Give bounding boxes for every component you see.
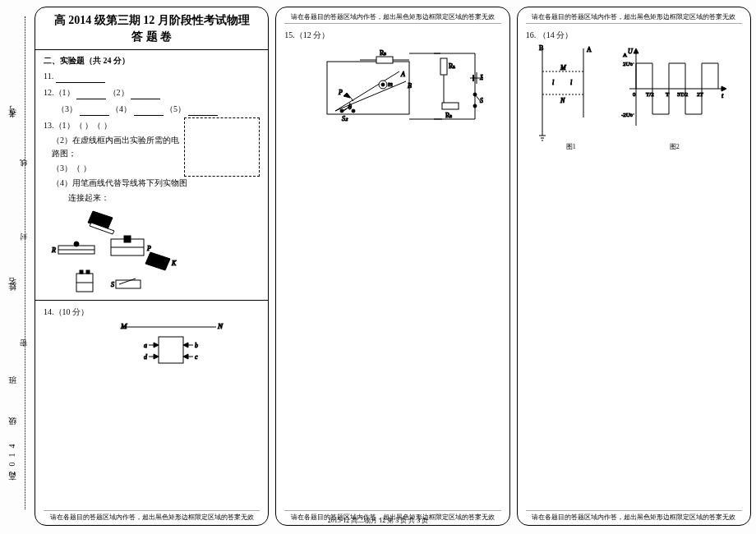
svg-text:A: A <box>587 46 592 53</box>
q16-fig1: B A M N l l <box>526 44 616 142</box>
col3-header: 请在各题目的答题区域内作答，超出黑色矩形边框限定区域的答案无效 <box>526 12 742 24</box>
q12-2: （2） <box>108 88 129 97</box>
fig1-label: 图1 <box>526 142 616 151</box>
column-1: 高 2014 级第三期 12 月阶段性考试物理 答 题 卷 二、实验题（共 24… <box>35 7 269 526</box>
svg-text:R: R <box>51 246 56 254</box>
svg-text:2U₀: 2U₀ <box>623 61 633 67</box>
q12-4: （4） <box>111 104 131 113</box>
svg-text:N: N <box>217 322 224 330</box>
exam-title-line1: 高 2014 级第三期 12 月阶段性考试物理 <box>44 12 260 29</box>
svg-rect-46 <box>442 103 459 109</box>
col2-header: 请在各题目的答题区域内作答，超出黑色矩形边框限定区域的答案无效 <box>284 12 500 24</box>
svg-rect-10 <box>80 270 83 274</box>
q15-label: 15.（12 分） <box>284 29 500 42</box>
page: 高 2014 级 班 密 姓名 封 线 考号 高 2014 级第三期 12 月阶… <box>0 0 756 526</box>
svg-text:-2U₀: -2U₀ <box>621 112 633 118</box>
svg-point-2 <box>74 242 79 246</box>
q14-label: 14.（10 分） <box>44 306 260 319</box>
svg-text:U: U <box>628 48 634 55</box>
svg-point-43 <box>473 104 477 108</box>
q16-label: 16. （14 分） <box>526 29 742 42</box>
svg-rect-52 <box>376 57 393 63</box>
svg-text:S: S <box>111 281 114 288</box>
svg-text:B: B <box>539 44 543 52</box>
q16-fig2: U A t 2U₀ -2U₀ 0 <box>621 44 728 142</box>
svg-marker-86 <box>634 48 638 53</box>
svg-text:d: d <box>144 353 148 361</box>
svg-marker-27 <box>154 354 159 359</box>
svg-text:M: M <box>120 322 127 330</box>
svg-marker-24 <box>183 343 188 348</box>
q11: 11. <box>44 70 260 83</box>
svg-text:m: m <box>388 81 393 88</box>
svg-text:M: M <box>560 64 567 71</box>
svg-text:S₁: S₁ <box>480 97 483 104</box>
q12-3: （3） <box>57 104 77 113</box>
svg-text:t: t <box>721 92 724 99</box>
svg-marker-30 <box>183 354 188 359</box>
section-2-heading: 二、实验题（共 24 分） <box>44 55 260 67</box>
svg-text:l: l <box>552 79 555 86</box>
q12-blank-5[interactable] <box>188 107 218 116</box>
q14-diagram: M N a b d c <box>118 320 233 378</box>
svg-text:B: B <box>408 82 412 90</box>
svg-text:b: b <box>195 342 198 349</box>
binding-name: 姓名 <box>7 288 18 297</box>
fig2-wrap: U A t 2U₀ -2U₀ 0 <box>621 44 728 151</box>
q11-label: 11. <box>44 71 53 81</box>
q13-block: 13.（1）（ ）（ ） （2）在虚线框内画出实验所需的电路图； （3）（ ） … <box>44 117 260 206</box>
column-2: 请在各题目的答题区域内作答，超出黑色矩形边框限定区域的答案无效 15.（12 分… <box>275 7 509 526</box>
q16-figures: B A M N l l <box>526 44 742 151</box>
binding-number: 考号 <box>7 115 18 125</box>
apparatus-diagram: R P K <box>44 206 191 297</box>
q12-blank-1[interactable] <box>76 90 106 99</box>
q12-blank-3[interactable] <box>80 107 109 116</box>
fig1-wrap: B A M N l l <box>526 44 616 151</box>
svg-rect-35 <box>440 58 447 75</box>
svg-text:A: A <box>400 71 405 78</box>
q12-label: 12.（1） <box>44 88 75 97</box>
svg-text:K: K <box>171 260 177 267</box>
svg-text:T/2: T/2 <box>646 91 654 98</box>
q12-row1: 12.（1） （2） <box>44 86 260 99</box>
column-3-inner: 请在各题目的答题区域内作答，超出黑色矩形边框限定区域的答案无效 16. （14 … <box>518 7 750 525</box>
q12-row2: （3） （4） （5） <box>44 103 260 116</box>
column-3: 请在各题目的答题区域内作答，超出黑色矩形边框限定区域的答案无效 16. （14 … <box>517 7 751 526</box>
svg-text:N: N <box>560 97 565 104</box>
q11-blank[interactable] <box>56 74 105 83</box>
svg-text:l: l <box>570 79 573 86</box>
column-1-inner: 高 2014 级第三期 12 月阶段性考试物理 答 题 卷 二、实验题（共 24… <box>35 7 268 525</box>
columns: 高 2014 级第三期 12 月阶段性考试物理 答 题 卷 二、实验题（共 24… <box>35 0 756 526</box>
svg-text:E: E <box>479 73 483 81</box>
svg-text:3T/2: 3T/2 <box>677 91 689 98</box>
svg-text:S₂: S₂ <box>342 115 348 122</box>
svg-text:R₃: R₃ <box>380 49 386 57</box>
svg-text:R₂: R₂ <box>445 112 452 119</box>
svg-text:0: 0 <box>633 91 636 98</box>
svg-rect-11 <box>86 270 90 274</box>
q15-circuit-diagram: R₁ E S₁ R₂ <box>302 45 483 136</box>
svg-text:P: P <box>338 89 343 96</box>
svg-point-59 <box>381 83 385 86</box>
svg-text:θ: θ <box>348 104 352 111</box>
q12-blank-2[interactable] <box>131 90 160 99</box>
svg-text:R₁: R₁ <box>449 62 455 70</box>
column-2-inner: 请在各题目的答题区域内作答，超出黑色矩形边框限定区域的答案无效 15.（12 分… <box>276 7 509 525</box>
svg-text:2T: 2T <box>697 91 704 98</box>
page-footer: 2015-12 高二物月 12 第 3 页 共 3 页 <box>0 516 756 526</box>
fig2-label: 图2 <box>621 142 728 151</box>
svg-marker-21 <box>154 343 159 348</box>
circuit-drawing-box[interactable] <box>184 117 260 177</box>
svg-rect-19 <box>159 337 183 363</box>
svg-text:c: c <box>195 353 198 361</box>
exam-title-line2: 答 题 卷 <box>44 29 260 45</box>
svg-text:T: T <box>666 91 670 98</box>
binding-grade: 高 2014 级 <box>7 427 18 487</box>
q13-4a: （4）用笔画线代替导线将下列实物图 <box>44 177 260 190</box>
svg-marker-87 <box>721 86 726 91</box>
binding-class: 班 <box>7 386 18 391</box>
q12-5: （5） <box>165 104 186 113</box>
svg-text:A: A <box>623 52 627 58</box>
q12-blank-4[interactable] <box>134 107 164 116</box>
binding-margin: 高 2014 级 班 密 姓名 封 线 考号 <box>0 0 35 526</box>
